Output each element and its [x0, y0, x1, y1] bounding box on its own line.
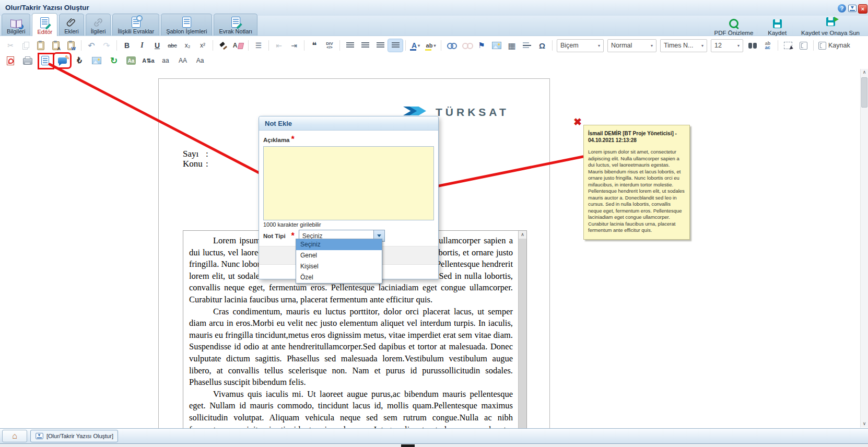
underline-button[interactable]: U: [150, 39, 165, 52]
sayi-field: Sayı:: [183, 149, 208, 159]
taskbar-window-button[interactable]: [Olur/Takrir Yazısı Oluştur]: [30, 430, 118, 442]
text-color-button[interactable]: A▾: [408, 39, 423, 52]
insert-image2-button[interactable]: [89, 54, 104, 67]
redo-button[interactable]: ↷: [99, 39, 114, 52]
special-char-button[interactable]: Ω: [535, 39, 549, 52]
page-preview-button[interactable]: [38, 54, 52, 67]
konu-field: Konu:: [183, 159, 208, 169]
replace-button[interactable]: abac: [760, 39, 775, 52]
bold-button[interactable]: B: [120, 39, 134, 52]
find-button[interactable]: [745, 39, 760, 52]
not-tipi-label: Not Tipi: [263, 233, 286, 239]
paste-button[interactable]: [33, 39, 48, 52]
scroll-up-arrow[interactable]: ∧: [861, 69, 868, 76]
tab-ilgileri[interactable]: İlgileri: [86, 14, 111, 36]
tab-evrak-notlari[interactable]: Evrak Notları: [214, 14, 257, 36]
align-center-button[interactable]: [358, 39, 372, 52]
toggle-case-icon: A⇅a: [142, 57, 154, 64]
horizontal-rule-button[interactable]: [520, 39, 534, 52]
font-size-dropdown[interactable]: 12▾: [711, 39, 743, 52]
scrollbar-thumb[interactable]: [861, 77, 867, 108]
toolbar-separator: [268, 40, 269, 51]
align-left-icon: [346, 42, 354, 49]
delete-note-button[interactable]: ✖: [573, 116, 582, 128]
save-button[interactable]: Kaydet: [768, 19, 787, 36]
aciklama-textarea[interactable]: [263, 146, 434, 220]
blockquote-button[interactable]: ❝: [307, 39, 322, 52]
option-seciniz[interactable]: Seçiniz: [296, 239, 382, 250]
remove-format-button[interactable]: A: [231, 39, 245, 52]
select-all-icon: [784, 42, 792, 49]
font-dropdown[interactable]: Times N...▾: [660, 39, 707, 52]
decrease-indent-button[interactable]: ⇤: [272, 39, 286, 52]
bottom-taskbar: ⌂ [Olur/Takrir Yazısı Oluştur]: [0, 428, 868, 444]
style-dropdown[interactable]: Biçem▾: [557, 39, 604, 52]
remove-link-button[interactable]: [459, 39, 474, 52]
style-dropdown-value: Biçem: [560, 42, 579, 49]
tab-editor[interactable]: Editör: [32, 13, 57, 36]
option-kisisel[interactable]: Kişisel: [296, 261, 382, 272]
pdf-preview-button[interactable]: PDF Önizleme: [714, 19, 754, 36]
uppercase-button[interactable]: AA: [175, 54, 190, 67]
tab-label: Evrak Notları: [219, 28, 252, 34]
magnifier-icon: [729, 19, 738, 28]
refresh-button[interactable]: ↻: [107, 54, 121, 67]
toolbar-separator: [339, 40, 340, 51]
copy-button[interactable]: [18, 39, 33, 52]
subscript-button[interactable]: x₂: [180, 39, 195, 52]
print-button[interactable]: [20, 54, 35, 67]
superscript-button[interactable]: x²: [195, 39, 210, 52]
insert-table-button[interactable]: ▦: [505, 39, 519, 52]
cut-button[interactable]: ✂: [3, 39, 18, 52]
help-button[interactable]: ?: [838, 4, 846, 13]
titlecase-button[interactable]: Aa: [193, 54, 207, 67]
align-left-button[interactable]: [343, 39, 357, 52]
paste-as-text-button[interactable]: A: [49, 39, 63, 52]
close-button[interactable]: ×: [858, 4, 867, 14]
tab-ekleri[interactable]: Ekleri: [59, 14, 84, 36]
div-container-icon: DIV</>: [326, 42, 333, 49]
format-dropdown[interactable]: Normal▾: [607, 39, 656, 52]
action-label: PDF Önizleme: [714, 30, 754, 36]
div-container-button[interactable]: DIV</>: [322, 39, 337, 52]
toolbar-separator: [304, 40, 304, 51]
save-and-submit-button[interactable]: Kaydet ve Onaya Sun: [801, 17, 860, 36]
option-ozel[interactable]: Özel: [296, 272, 382, 283]
justify-button[interactable]: [388, 39, 403, 52]
image-icon: [92, 57, 101, 64]
show-blocks-button[interactable]: [796, 39, 811, 52]
anchor-button[interactable]: ⚑: [474, 39, 489, 52]
paste-from-word-button[interactable]: W: [64, 39, 78, 52]
home-button[interactable]: ⌂: [2, 430, 27, 442]
italic-button[interactable]: I: [135, 39, 149, 52]
scroll-up-arrow[interactable]: ∧: [519, 231, 526, 239]
format-painter-button[interactable]: [216, 39, 230, 52]
align-right-button[interactable]: [373, 39, 388, 52]
tab-sablon-islemleri[interactable]: Şablon İşlemleri: [161, 14, 212, 36]
undo-button[interactable]: ↶: [84, 39, 99, 52]
export-pdf-button[interactable]: [3, 54, 18, 67]
numbered-list-button[interactable]: ☰: [251, 39, 266, 52]
select-all-button[interactable]: [781, 39, 795, 52]
strikethrough-button[interactable]: abc: [165, 39, 180, 52]
text-color-icon: A: [412, 41, 417, 50]
replace-to-label: ac: [765, 45, 771, 50]
case-style-button[interactable]: Aa: [124, 54, 138, 67]
tab-iliskili-evraklar[interactable]: İlişkili Evraklar: [112, 14, 159, 36]
source-button[interactable]: Kaynak: [818, 42, 850, 50]
text-region-scrollbar[interactable]: ∧: [518, 231, 526, 429]
increase-indent-button[interactable]: ⇥: [287, 39, 301, 52]
lira-symbol-button[interactable]: ₺: [72, 54, 87, 67]
collapse-button[interactable]: [848, 4, 857, 13]
main-scrollbar[interactable]: ∧ ∨: [860, 69, 868, 428]
add-note-button[interactable]: ✎: [55, 54, 69, 67]
subscript-icon: x₂: [185, 42, 191, 49]
highlight-color-button[interactable]: ab▾: [424, 39, 438, 52]
scroll-down-arrow[interactable]: ∨: [861, 420, 868, 428]
option-genel[interactable]: Genel: [296, 250, 382, 261]
tab-bilgileri[interactable]: Bilgileri: [2, 14, 30, 36]
insert-link-button[interactable]: [444, 39, 459, 52]
insert-image-button[interactable]: [489, 39, 504, 52]
lowercase-button[interactable]: aa: [158, 54, 173, 67]
toggle-case-button[interactable]: A⇅a: [141, 54, 156, 67]
